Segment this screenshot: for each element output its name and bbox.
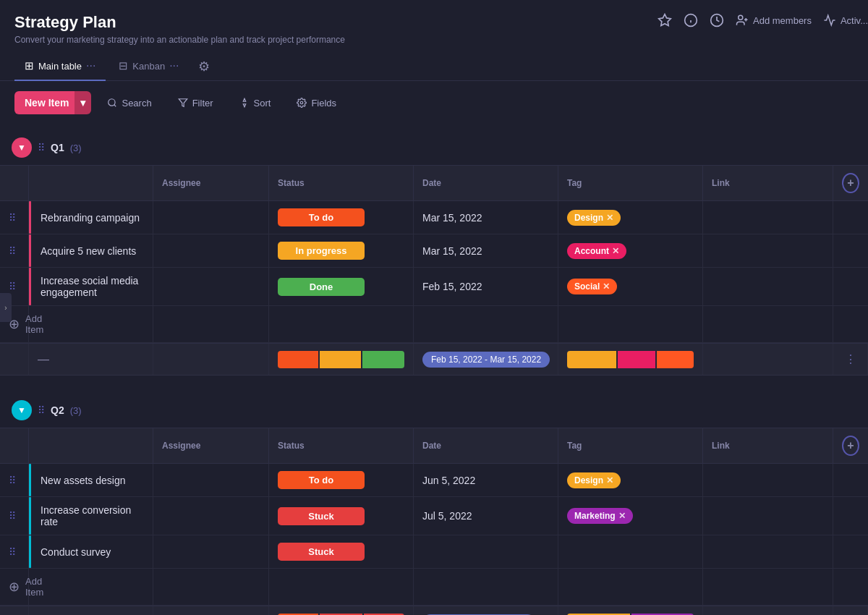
th-q2-tag[interactable]: Tag bbox=[558, 428, 703, 463]
status-badge-1[interactable]: To do bbox=[278, 208, 365, 226]
th-q1-assignee[interactable]: Assignee bbox=[153, 166, 269, 200]
td-status-2[interactable]: In progress bbox=[269, 234, 414, 267]
td-link-2[interactable] bbox=[703, 234, 833, 267]
td-tag-1[interactable]: Design ✕ bbox=[558, 201, 703, 234]
th-q1-status[interactable]: Status bbox=[269, 166, 414, 200]
td-date-4[interactable]: Jun 5, 2022 bbox=[414, 464, 558, 496]
td-status-1[interactable]: To do bbox=[269, 201, 414, 234]
kebab-menu-q1[interactable]: ⋮ bbox=[842, 349, 859, 369]
item-name-5[interactable]: Increase conversion rate bbox=[41, 504, 144, 527]
status-badge-4[interactable]: To do bbox=[278, 471, 365, 489]
tag-remove-2[interactable]: ✕ bbox=[612, 246, 619, 256]
tag-badge-1[interactable]: Design ✕ bbox=[567, 210, 621, 226]
th-q1-add-col[interactable]: + bbox=[833, 166, 868, 200]
td-date-5[interactable]: Jul 5, 2022 bbox=[414, 497, 558, 535]
tag-remove-4[interactable]: ✕ bbox=[606, 475, 613, 485]
th-q2-add-col[interactable]: + bbox=[833, 428, 868, 463]
th-q1-link[interactable]: Link bbox=[703, 166, 833, 200]
activity-view-button[interactable]: Activ... bbox=[823, 14, 868, 27]
search-button[interactable]: Search bbox=[97, 93, 161, 114]
td-assignee-5[interactable] bbox=[153, 497, 269, 535]
item-name-2[interactable]: Acquire 5 new clients bbox=[41, 245, 136, 257]
add-column-q2-button[interactable]: + bbox=[842, 436, 859, 456]
td-tag-5[interactable]: Marketing ✕ bbox=[558, 497, 703, 535]
activity-button[interactable] bbox=[710, 13, 724, 27]
status-badge-2[interactable]: In progress bbox=[278, 242, 365, 260]
filter-button[interactable]: Filter bbox=[168, 93, 224, 114]
tag-badge-4[interactable]: Design ✕ bbox=[567, 472, 621, 488]
td-tag-2[interactable]: Account ✕ bbox=[558, 234, 703, 267]
tab-main-table[interactable]: ⊞ Main table ··· bbox=[14, 52, 106, 81]
td-date-3[interactable]: Feb 15, 2022 bbox=[414, 268, 558, 305]
add-members-button[interactable]: Add members bbox=[736, 14, 812, 27]
drag-handle-icon[interactable]: ⠿ bbox=[9, 281, 16, 292]
add-column-q1-button[interactable]: + bbox=[842, 173, 859, 193]
summary-options-q1[interactable]: ⋮ bbox=[833, 344, 868, 375]
tab-main-table-options[interactable]: ··· bbox=[86, 59, 95, 72]
info-button[interactable] bbox=[684, 13, 698, 27]
status-badge-3[interactable]: Done bbox=[278, 278, 365, 296]
th-q2-status[interactable]: Status bbox=[269, 428, 414, 463]
td-date-6[interactable] bbox=[414, 535, 558, 568]
td-tag-3[interactable]: Social ✕ bbox=[558, 268, 703, 305]
td-tag-6[interactable] bbox=[558, 535, 703, 568]
td-tag-4[interactable]: Design ✕ bbox=[558, 464, 703, 496]
add-item-row-q1[interactable]: ⊕ Add Item bbox=[0, 306, 868, 343]
tag-badge-5[interactable]: Marketing ✕ bbox=[567, 508, 633, 524]
th-q1-tag[interactable]: Tag bbox=[558, 166, 703, 200]
th-q1-date[interactable]: Date bbox=[414, 166, 558, 200]
td-link-3[interactable] bbox=[703, 268, 833, 305]
add-item-row-q2[interactable]: ⊕ Add Item bbox=[0, 569, 868, 606]
drag-handle-icon[interactable]: ⠿ bbox=[9, 212, 16, 224]
td-assignee-3[interactable] bbox=[153, 268, 269, 305]
th-q2-assignee[interactable]: Assignee bbox=[153, 428, 269, 463]
td-status-3[interactable]: Done bbox=[269, 268, 414, 305]
drag-handle-icon[interactable]: ⠿ bbox=[9, 475, 16, 486]
fields-button[interactable]: Fields bbox=[286, 93, 346, 114]
td-link-4[interactable] bbox=[703, 464, 833, 496]
new-item-dropdown-caret[interactable]: ▾ bbox=[75, 91, 91, 114]
sidebar-collapse-button[interactable]: › bbox=[0, 293, 12, 322]
status-badge-6[interactable]: Stuck bbox=[278, 543, 365, 561]
td-link-1[interactable] bbox=[703, 201, 833, 234]
tag-badge-2[interactable]: Account ✕ bbox=[567, 243, 626, 259]
drag-handle-icon[interactable]: ⠿ bbox=[9, 510, 16, 522]
td-status-4[interactable]: To do bbox=[269, 464, 414, 496]
group-q2-drag[interactable]: ⠿ bbox=[38, 404, 45, 416]
item-name-6[interactable]: Conduct survey bbox=[41, 546, 111, 558]
item-name-1[interactable]: Rebranding campaign bbox=[41, 212, 140, 224]
td-date-2[interactable]: Mar 15, 2022 bbox=[414, 234, 558, 267]
new-item-button[interactable]: New Item ▾ bbox=[14, 91, 91, 114]
tab-kanban-options[interactable]: ··· bbox=[169, 59, 179, 72]
td-assignee-1[interactable] bbox=[153, 201, 269, 234]
sort-button[interactable]: Sort bbox=[229, 93, 281, 114]
th-q2-date[interactable]: Date bbox=[414, 428, 558, 463]
settings-button[interactable]: ⚙ bbox=[198, 59, 210, 75]
drag-handle-icon[interactable]: ⠿ bbox=[9, 546, 16, 558]
tag-remove-3[interactable]: ✕ bbox=[603, 281, 610, 292]
th-q2-link[interactable]: Link bbox=[703, 428, 833, 463]
td-assignee-6[interactable] bbox=[153, 535, 269, 568]
group-q1-drag[interactable]: ⠿ bbox=[38, 142, 45, 153]
td-link-5[interactable] bbox=[703, 497, 833, 535]
tag-remove-5[interactable]: ✕ bbox=[618, 511, 626, 521]
td-status-5[interactable]: Stuck bbox=[269, 497, 414, 535]
td-assignee-4[interactable] bbox=[153, 464, 269, 496]
td-assignee-2[interactable] bbox=[153, 234, 269, 267]
group-q1-toggle[interactable]: ▼ bbox=[12, 137, 32, 158]
td-link-6[interactable] bbox=[703, 535, 833, 568]
item-name-3[interactable]: Increase social media engagement bbox=[41, 275, 144, 298]
star-button[interactable] bbox=[658, 13, 672, 27]
add-item-cell-q2[interactable]: ⊕ Add Item bbox=[0, 569, 29, 605]
summary-options-q2[interactable]: ⋮ bbox=[833, 606, 868, 615]
td-date-1[interactable]: Mar 15, 2022 bbox=[414, 201, 558, 234]
tag-remove-1[interactable]: ✕ bbox=[606, 213, 613, 223]
group-q2-toggle[interactable]: ▼ bbox=[12, 400, 32, 420]
item-name-4[interactable]: New assets design bbox=[41, 475, 126, 486]
status-badge-5[interactable]: Stuck bbox=[278, 507, 365, 525]
kebab-menu-q2[interactable]: ⋮ bbox=[842, 612, 859, 615]
tag-badge-3[interactable]: Social ✕ bbox=[567, 279, 617, 294]
drag-handle-icon[interactable]: ⠿ bbox=[9, 245, 16, 257]
tab-kanban[interactable]: ⊟ Kanban ··· bbox=[109, 52, 189, 81]
td-status-6[interactable]: Stuck bbox=[269, 535, 414, 568]
